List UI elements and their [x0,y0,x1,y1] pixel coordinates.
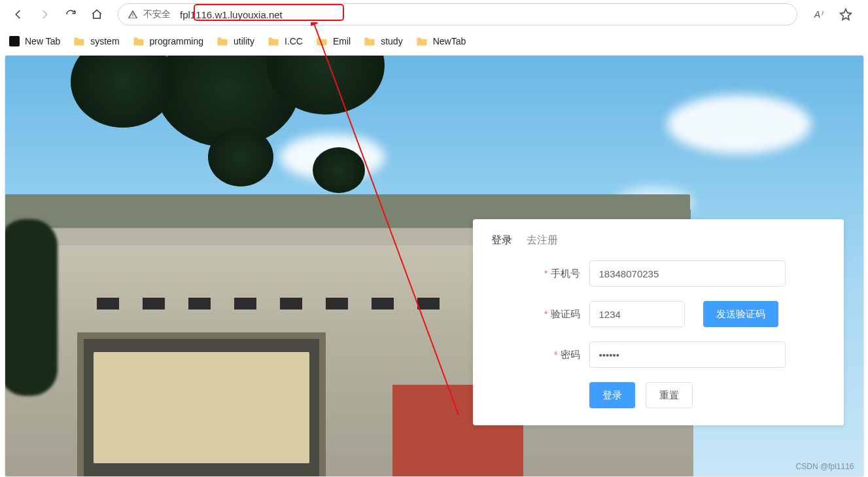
login-card: 登录 去注册 *手机号 *验证码 发送验证码 *密码 登录 重置 [473,219,844,425]
bookmark-emil[interactable]: Emil [316,36,351,46]
tab-login[interactable]: 登录 [491,234,512,247]
tab-register[interactable]: 去注册 [527,234,558,247]
favorite-button[interactable] [834,3,858,26]
login-button[interactable]: 登录 [589,382,635,408]
read-aloud-button[interactable]: A⁾ [807,3,830,26]
form-actions: 登录 重置 [491,382,825,408]
bookmark-utility[interactable]: utility [217,36,254,46]
folder-icon [217,37,228,46]
bookmark-label: New Tab [25,36,60,46]
bookmark-newtab[interactable]: NewTab [416,36,466,46]
bookmark-label: I.CC [285,36,303,46]
bookmark-study[interactable]: study [364,36,402,46]
phone-label: *手机号 [491,268,589,280]
bookmark-label: system [90,36,119,46]
back-button[interactable] [7,3,30,26]
bookmark-label: study [381,36,402,46]
row-captcha: *验证码 发送验证码 [491,301,825,327]
page-viewport: 登录 去注册 *手机号 *验证码 发送验证码 *密码 登录 重置 CSDN @f… [5,55,864,477]
row-phone: *手机号 [491,260,825,287]
folder-icon [416,37,428,46]
browser-toolbar: 不安全 fpl1116.w1.luyouxia.net A⁾ [0,0,868,29]
bookmark-label: NewTab [433,36,466,46]
watermark: CSDN @fpl1116 [796,462,854,471]
bookmark-programming[interactable]: programming [133,36,203,46]
address-bar[interactable]: 不安全 fpl1116.w1.luyouxia.net [118,3,797,26]
bookmark-new-tab[interactable]: New Tab [9,36,60,46]
bookmark-system[interactable]: system [73,36,119,46]
bookmarks-bar: New Tab system programming utility I.CC … [0,29,868,54]
folder-icon [268,37,279,46]
password-label: *密码 [491,349,589,361]
refresh-button[interactable] [59,3,82,26]
password-input[interactable] [589,342,786,368]
bookmark-label: Emil [333,36,351,46]
forward-button[interactable] [33,3,56,26]
row-password: *密码 [491,342,825,368]
bookmark-label: programming [150,36,203,46]
auth-tabs: 登录 去注册 [491,234,825,247]
folder-icon [316,37,328,46]
insecure-warning-icon [128,9,138,20]
home-button[interactable] [85,3,109,26]
reset-button[interactable]: 重置 [646,382,693,408]
bookmark-label: utility [234,36,254,46]
folder-icon [364,37,375,46]
captcha-input[interactable] [589,301,685,327]
captcha-label: *验证码 [491,308,589,321]
insecure-label: 不安全 [143,9,171,20]
folder-icon [133,37,145,46]
send-code-button[interactable]: 发送验证码 [703,301,778,327]
folder-icon [73,37,85,46]
page-icon [9,36,20,46]
url-text: fpl1116.w1.luyouxia.net [180,9,283,20]
phone-input[interactable] [589,260,786,287]
bookmark-icc[interactable]: I.CC [268,36,303,46]
